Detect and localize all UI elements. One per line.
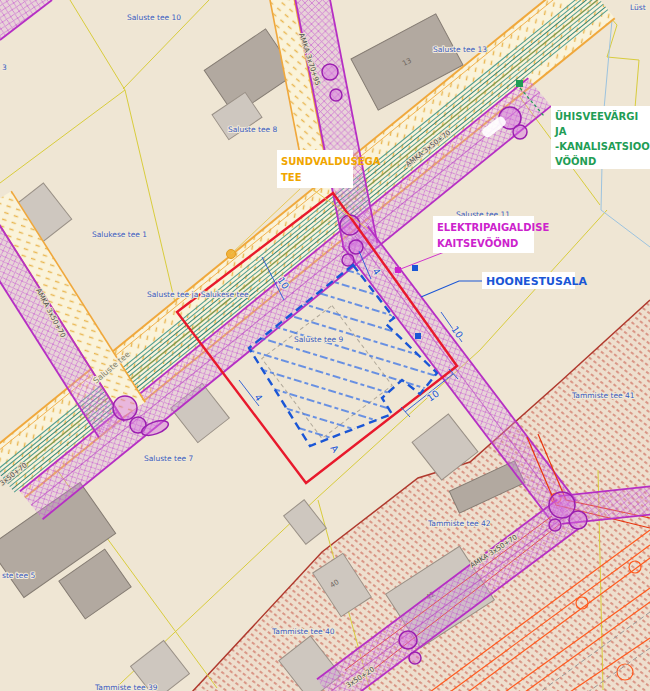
map-canvas: 13 40 42 <box>0 0 650 691</box>
zone-label-text: TEE <box>281 172 302 183</box>
parcel-label: Tammiste tee 41 <box>571 391 635 400</box>
zone-label-text: VÖÖND <box>555 154 596 167</box>
parcel-label: Tammiste tee 39 <box>94 683 158 691</box>
blue-point <box>412 265 418 271</box>
zone-label-text: ÜHISVEEVÄRGI <box>555 109 638 122</box>
zone-label-text: SUNDVALDUSEGA <box>281 156 381 167</box>
zone-label-elekter: ELEKTRIPAIGALDISE KAITSEVÖÖND <box>433 216 549 253</box>
zone-label-text: -KANALISATSIOONI <box>555 141 650 152</box>
parcel-label: Saluste tee 7 <box>144 454 194 463</box>
detail-plan-map: 13 40 42 <box>0 0 650 691</box>
zone-label-veevark: ÜHISVEEVÄRGI JA -KANALISATSIOONI VÖÖND <box>551 106 650 169</box>
water-zone-point <box>516 80 523 87</box>
parcel-label: Saluste tee 10 <box>127 13 181 22</box>
parcel-label: Lüst <box>630 3 646 12</box>
zone-label-hoonestus: HOONESTUSALA <box>482 272 587 289</box>
zone-label-text: JA <box>554 126 567 137</box>
parcel-label: Saluste tee ja Salukese tee <box>147 290 249 299</box>
parcel-label: Saluste tee 8 <box>228 125 278 134</box>
zone-label-text: KAITSEVÖÖND <box>437 236 518 249</box>
zone-label-text: HOONESTUSALA <box>486 275 587 288</box>
parcel-label: 3 <box>2 63 7 72</box>
blue-point <box>415 333 421 339</box>
zone-label-text: ELEKTRIPAIGALDISE <box>437 222 549 233</box>
parcel-label: Tammiste tee 40 <box>271 627 335 636</box>
parcel-label: Saluste tee 9 <box>294 335 344 344</box>
parcel-label: ste tee 5 <box>2 571 35 580</box>
parcel-label: Saluste tee 13 <box>433 45 487 54</box>
parcel-label: Salukese tee 1 <box>92 230 147 239</box>
parcel-label: Tammiste tee 42 <box>427 519 491 528</box>
